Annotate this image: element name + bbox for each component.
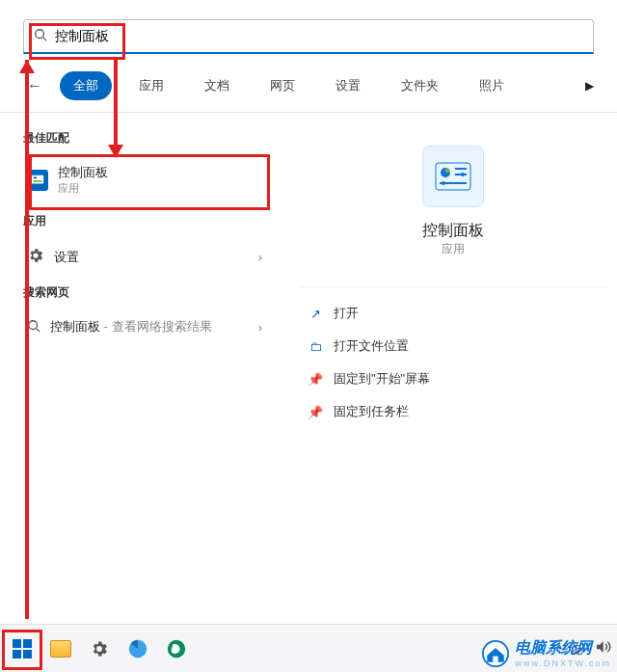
start-button[interactable] [6, 632, 39, 665]
detail-title: 控制面板 [299, 221, 607, 241]
svg-rect-2 [32, 175, 43, 183]
search-icon [27, 319, 40, 336]
tab-apps[interactable]: 应用 [125, 71, 177, 100]
open-icon: ↗ [307, 307, 324, 321]
detail-action-pin-taskbar[interactable]: 📌 固定到任务栏 [299, 395, 607, 428]
tray-overflow[interactable]: ^ [556, 641, 562, 656]
detail-action-open[interactable]: ↗ 打开 [299, 297, 607, 330]
svg-line-1 [43, 38, 47, 41]
result-title: 控制面板 [50, 319, 100, 334]
svg-rect-7 [436, 163, 470, 190]
tab-docs[interactable]: 文档 [191, 71, 243, 100]
taskbar-settings[interactable] [83, 632, 116, 665]
result-web-search[interactable]: 控制面板 - 查看网络搜索结果 › [15, 310, 274, 343]
system-tray: ^ あ [556, 638, 611, 659]
detail-action-pin-start[interactable]: 📌 固定到"开始"屏幕 [299, 363, 607, 395]
section-apps: 应用 [0, 205, 289, 237]
results-list: 最佳匹配 控制面板 应用 应用 设置 › 搜索网页 [0, 113, 289, 451]
ime-indicator[interactable]: あ [572, 640, 584, 658]
action-label: 打开 [334, 305, 359, 322]
detail-icon [422, 146, 484, 207]
result-app-settings[interactable]: 设置 › [15, 239, 274, 275]
chevron-right-icon: › [258, 320, 262, 335]
result-title: 设置 [54, 249, 79, 266]
svg-point-12 [442, 181, 445, 185]
control-panel-icon [27, 170, 48, 191]
filter-tabs: ← 全部 应用 文档 网页 设置 文件夹 照片 ▶ [0, 64, 617, 113]
detail-subtitle: 应用 [299, 241, 607, 257]
action-label: 打开文件位置 [334, 337, 409, 355]
taskbar-explorer[interactable] [44, 632, 77, 665]
pin-icon: 📌 [307, 372, 324, 387]
taskbar-app-1[interactable] [121, 632, 154, 665]
tab-photos[interactable]: 照片 [466, 71, 518, 100]
gear-icon [90, 639, 109, 659]
section-best-match: 最佳匹配 [0, 122, 289, 154]
folder-icon: 🗀 [307, 339, 324, 354]
back-button[interactable]: ← [23, 73, 46, 98]
svg-point-0 [36, 30, 44, 39]
search-box[interactable] [23, 19, 594, 54]
pin-icon: 📌 [307, 405, 324, 419]
search-icon [34, 28, 47, 44]
result-title: 控制面板 [58, 164, 108, 181]
section-web: 搜索网页 [0, 277, 289, 309]
tab-settings[interactable]: 设置 [322, 71, 374, 100]
action-label: 固定到"开始"屏幕 [334, 370, 430, 388]
svg-line-6 [37, 328, 40, 332]
detail-action-open-location[interactable]: 🗀 打开文件位置 [299, 330, 607, 363]
search-input[interactable] [55, 29, 583, 44]
result-subtitle: 应用 [58, 181, 108, 196]
browser-icon [127, 638, 148, 659]
action-label: 固定到任务栏 [334, 403, 409, 420]
svg-point-13 [461, 173, 465, 176]
detail-pane: 控制面板 应用 ↗ 打开 🗀 打开文件位置 📌 固定到"开始"屏幕 📌 固定到任… [289, 113, 617, 451]
svg-point-5 [29, 320, 38, 329]
gear-icon [27, 247, 44, 267]
tab-folders[interactable]: 文件夹 [388, 71, 452, 100]
more-tabs-button[interactable]: ▶ [585, 79, 594, 93]
taskbar-app-2[interactable] [160, 632, 193, 665]
svg-rect-4 [34, 180, 42, 182]
windows-icon [13, 639, 32, 659]
chevron-right-icon: › [258, 250, 262, 264]
volume-icon[interactable] [594, 638, 611, 659]
search-panel: ← 全部 应用 文档 网页 设置 文件夹 照片 ▶ 最佳匹配 控制面板 应用 应… [0, 0, 617, 624]
result-best-match[interactable]: 控制面板 应用 [15, 156, 274, 203]
explorer-icon [50, 640, 71, 658]
result-suffix: - 查看网络搜索结果 [100, 319, 212, 334]
taskbar: ^ あ [0, 624, 617, 672]
tab-all[interactable]: 全部 [60, 71, 112, 100]
app-icon [166, 638, 187, 659]
tab-web[interactable]: 网页 [256, 71, 308, 100]
svg-rect-3 [34, 176, 38, 178]
